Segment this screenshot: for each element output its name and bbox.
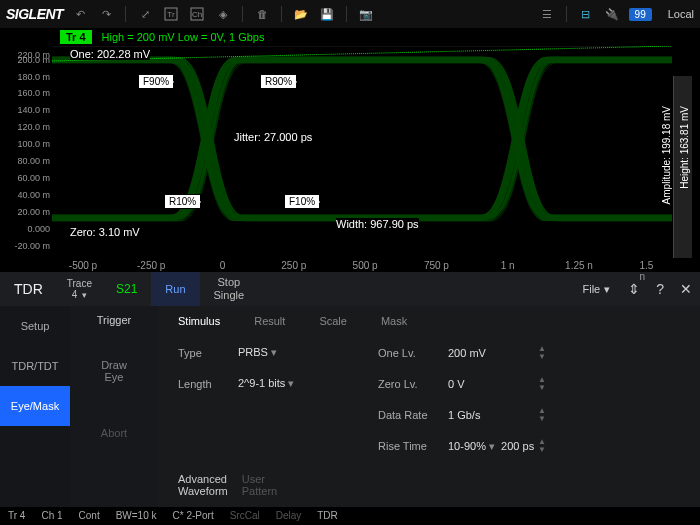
panel-tabs: Stimulus Result Scale Mask (158, 306, 700, 336)
rise-time-spinner[interactable]: ▲▼ (538, 438, 568, 454)
eye-diagram-plot: 220.0 m 200.0 m 180.0 m 160.0 m 140.0 m … (6, 46, 694, 272)
s-param-label[interactable]: S21 (102, 282, 151, 296)
data-rate-label: Data Rate (378, 409, 448, 421)
panel-nav: Setup TDR/TDT Eye/Mask (0, 306, 70, 507)
svg-text:Tr: Tr (168, 10, 176, 19)
svg-text:Ch: Ch (192, 10, 202, 19)
tab-stimulus[interactable]: Stimulus (178, 315, 220, 327)
f10-marker[interactable]: F10% (284, 194, 320, 209)
tab-scale[interactable]: Scale (319, 315, 347, 327)
channel-boxed-icon[interactable]: Ch (188, 5, 206, 23)
status-bar-1: Tr 4Ch 1ContBW=10 kC* 2-PortSrcCalDelayT… (0, 507, 700, 523)
zero-level-label: Zero: 3.10 mV (70, 226, 140, 238)
file-menu[interactable]: File▾ (572, 283, 620, 296)
nav-setup[interactable]: Setup (0, 306, 70, 346)
trash-icon[interactable]: 🗑 (253, 5, 271, 23)
undo-icon[interactable]: ↶ (71, 5, 89, 23)
trigger-header: Trigger (97, 306, 131, 334)
camera-icon[interactable]: 📷 (357, 5, 375, 23)
height-label: Height: 163.81 mV (679, 106, 690, 189)
abort-button[interactable]: Abort (80, 408, 148, 458)
amplitude-label: Amplitude: 199.18 mV (661, 106, 672, 204)
tab-result[interactable]: Result (254, 315, 285, 327)
tab-mask[interactable]: Mask (381, 315, 407, 327)
menu-icon[interactable]: ☰ (538, 5, 556, 23)
expand-icon[interactable]: ⇕ (620, 281, 648, 297)
length-select[interactable]: 2^9-1 bits (238, 377, 285, 389)
power-icon[interactable]: 🔌 (603, 5, 621, 23)
zero-level-input[interactable]: 0 V (448, 378, 538, 390)
rise-time-select[interactable]: 10-90% (448, 440, 486, 452)
draw-eye-button[interactable]: Draw Eye (80, 346, 148, 396)
help-icon[interactable]: ? (648, 281, 672, 297)
top-toolbar: SIGLENT ↶ ↷ ⤢ Tr Ch ◈ 🗑 📂 💾 📷 ☰ ⊟ 🔌 99 L… (0, 0, 700, 28)
one-level-label: One Lv. (378, 347, 448, 359)
active-trace-badge[interactable]: Tr 4 (60, 30, 92, 44)
save-icon[interactable]: 💾 (318, 5, 336, 23)
folder-open-icon[interactable]: 📂 (292, 5, 310, 23)
r10-marker[interactable]: R10% (164, 194, 201, 209)
run-button[interactable]: Run (151, 272, 199, 306)
r90-marker[interactable]: R90% (260, 74, 297, 89)
count-badge: 99 (629, 8, 652, 21)
panel-header: TDR Trace 4 ▾ S21 Run Stop Single File▾ … (0, 272, 700, 306)
trace-boxed-icon[interactable]: Tr (162, 5, 180, 23)
type-label: Type (178, 347, 238, 359)
brand-logo: SIGLENT (6, 6, 63, 22)
network-icon[interactable]: ⊟ (577, 5, 595, 23)
trace-info-bar: Tr 4 High = 200 mV Low = 0V, 1 Gbps (0, 28, 700, 46)
jitter-label: Jitter: 27.000 ps (234, 131, 312, 143)
stimulus-form: Type PRBS ▾ One Lv. 200 mV ▲▼ Length 2^9… (158, 336, 700, 463)
nav-tdrtdt[interactable]: TDR/TDT (0, 346, 70, 386)
one-level-spinner[interactable]: ▲▼ (538, 345, 568, 361)
width-label: Width: 967.90 ps (336, 218, 419, 230)
trace-params: High = 200 mV Low = 0V, 1 Gbps (102, 31, 265, 43)
zero-level-spinner[interactable]: ▲▼ (538, 376, 568, 392)
user-pattern-button[interactable]: User Pattern (242, 473, 277, 497)
x-axis-labels: -500 p -250 p 0 250 p 500 p 750 p 1 n 1.… (52, 260, 672, 272)
f90-marker[interactable]: F90% (138, 74, 174, 89)
trigger-column: Trigger Draw Eye Abort (70, 306, 158, 507)
marker-icon[interactable]: ◈ (214, 5, 232, 23)
y-axis-labels: 220.0 m 200.0 m 180.0 m 160.0 m 140.0 m … (6, 46, 52, 272)
panel-main: Stimulus Result Scale Mask Type PRBS ▾ O… (158, 306, 700, 507)
stop-single-button[interactable]: Stop Single (200, 272, 259, 306)
type-select[interactable]: PRBS (238, 346, 268, 358)
redo-icon[interactable]: ↷ (97, 5, 115, 23)
rise-time-value[interactable]: 200 ps (501, 440, 534, 452)
close-icon[interactable]: ✕ (672, 281, 700, 297)
tdr-panel: TDR Trace 4 ▾ S21 Run Stop Single File▾ … (0, 272, 700, 507)
one-level-input[interactable]: 200 mV (448, 347, 538, 359)
length-label: Length (178, 378, 238, 390)
nav-eyemask[interactable]: Eye/Mask (0, 386, 70, 426)
panel-title: TDR (0, 281, 57, 297)
trace-dropdown[interactable]: Trace 4 ▾ (57, 278, 102, 300)
zero-level-label: Zero Lv. (378, 378, 448, 390)
data-rate-input[interactable]: 1 Gb/s (448, 409, 538, 421)
maximize-icon[interactable]: ⤢ (136, 5, 154, 23)
mode-label[interactable]: Local (668, 8, 694, 20)
advanced-waveform-button[interactable]: Advanced Waveform (178, 473, 228, 497)
one-level-label: One: 202.28 mV (70, 48, 150, 60)
rise-time-label: Rise Time (378, 440, 448, 452)
data-rate-spinner[interactable]: ▲▼ (538, 407, 568, 423)
